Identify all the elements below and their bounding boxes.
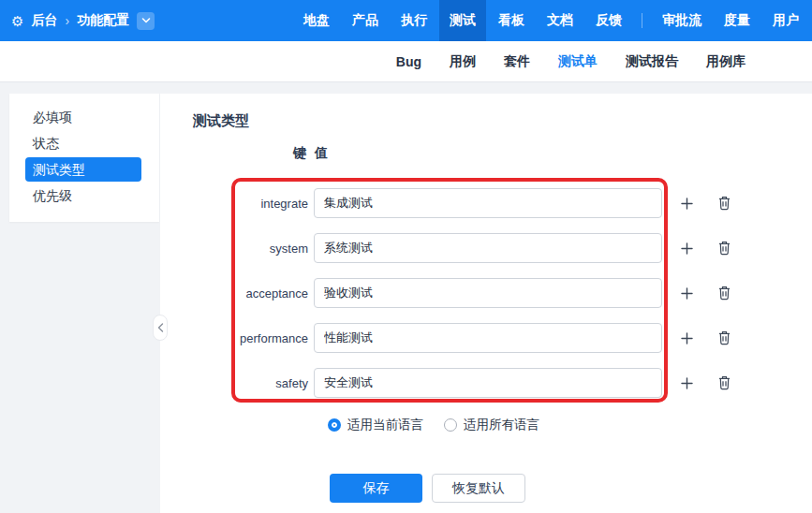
value-input-integrate[interactable] (314, 188, 662, 218)
plus-icon (681, 332, 693, 344)
radio-label: 适用所有语言 (464, 417, 539, 433)
topnav-item-kanban[interactable]: 看板 (488, 0, 535, 41)
chevron-left-icon (157, 323, 164, 332)
trash-icon (717, 330, 731, 345)
highlighted-field-group: integrate system acceptance performance … (231, 178, 668, 403)
topnav-divider (642, 13, 642, 28)
kv-row-safety: safety (237, 368, 664, 398)
radio-label: 适用当前语言 (347, 417, 423, 433)
row-actions-column (668, 178, 731, 413)
plus-icon (681, 198, 693, 210)
save-button[interactable]: 保存 (330, 474, 422, 503)
value-input-performance[interactable] (314, 323, 662, 353)
language-scope-options: 适用当前语言 适用所有语言 (328, 417, 539, 433)
radio-selected-icon (328, 418, 341, 432)
breadcrumb-separator: › (65, 13, 69, 28)
value-column-header: 值 (315, 145, 328, 162)
add-row-button[interactable] (679, 196, 694, 211)
page-title: 测试类型 (193, 112, 249, 130)
subnav-item-suite[interactable]: 套件 (490, 41, 544, 81)
kv-row-acceptance: acceptance (237, 278, 664, 308)
delete-row-button[interactable] (716, 286, 731, 300)
value-input-safety[interactable] (314, 368, 662, 398)
subnav-item-caselib[interactable]: 用例库 (692, 41, 760, 81)
trash-icon (717, 196, 731, 211)
top-nav-menu: 地盘 产品 执行 测试 看板 文档 反馈 审批流 度量 用户 (292, 0, 810, 41)
plus-icon (681, 242, 693, 255)
key-label: integrate (237, 197, 308, 211)
subnav-item-bug[interactable]: Bug (382, 41, 436, 81)
delete-row-button[interactable] (716, 241, 731, 256)
sidebar-item-priority[interactable]: 优先级 (25, 183, 141, 208)
delete-row-button[interactable] (716, 375, 731, 390)
kv-row-integrate: integrate (237, 188, 664, 218)
top-navbar: ⚙ 后台 › 功能配置 地盘 产品 执行 测试 看板 文档 反馈 审批流 度量 … (0, 0, 812, 41)
sidebar-item-required-fields[interactable]: 必填项 (25, 105, 141, 129)
secondary-navbar: Bug 用例 套件 测试单 测试报告 用例库 (0, 41, 812, 82)
radio-current-language[interactable]: 适用当前语言 (328, 417, 423, 433)
value-input-system[interactable] (314, 233, 662, 263)
chevron-down-icon (141, 17, 151, 24)
sidebar-item-status[interactable]: 状态 (25, 131, 141, 155)
trash-icon (717, 375, 731, 390)
kv-row-performance: performance (237, 323, 664, 353)
restore-defaults-button[interactable]: 恢复默认 (432, 474, 525, 503)
topnav-item-approval[interactable]: 审批流 (652, 0, 712, 41)
breadcrumb: ⚙ 后台 › 功能配置 (11, 0, 155, 41)
key-value-header: 键 值 (293, 145, 328, 162)
sidebar-item-test-type[interactable]: 测试类型 (25, 157, 141, 182)
row-actions (668, 323, 731, 353)
add-row-button[interactable] (679, 286, 694, 300)
subnav-item-testtask[interactable]: 测试单 (544, 41, 612, 81)
delete-row-button[interactable] (716, 330, 731, 345)
key-label: performance (237, 331, 308, 345)
subnav-item-case[interactable]: 用例 (436, 41, 490, 81)
sidebar-collapse-handle[interactable] (153, 315, 168, 341)
row-actions (668, 278, 731, 308)
main-panel: 测试类型 键 值 integrate system acceptance per… (160, 94, 812, 513)
topnav-item-doc[interactable]: 文档 (537, 0, 583, 41)
kv-row-system: system (237, 233, 664, 263)
add-row-button[interactable] (679, 375, 694, 390)
content-area: 必填项 状态 测试类型 优先级 测试类型 键 值 integrate syste… (0, 82, 812, 513)
add-row-button[interactable] (679, 241, 694, 256)
topnav-item-execution[interactable]: 执行 (391, 0, 437, 41)
topnav-item-product[interactable]: 产品 (342, 0, 389, 41)
topnav-item-measure[interactable]: 度量 (714, 0, 760, 41)
key-label: system (237, 242, 308, 256)
trash-icon (717, 241, 731, 256)
gear-icon[interactable]: ⚙ (11, 14, 23, 28)
form-actions: 保存 恢复默认 (330, 474, 525, 503)
breadcrumb-root[interactable]: 后台 (31, 12, 57, 29)
row-actions (668, 233, 731, 263)
key-column-header: 键 (293, 145, 306, 162)
topnav-item-diban[interactable]: 地盘 (293, 0, 340, 41)
row-actions (668, 368, 731, 398)
add-row-button[interactable] (679, 330, 694, 345)
value-input-acceptance[interactable] (314, 278, 662, 308)
breadcrumb-current[interactable]: 功能配置 (77, 12, 129, 29)
plus-icon (681, 377, 693, 389)
row-actions (668, 188, 731, 218)
key-label: safety (237, 376, 308, 390)
plus-icon (681, 287, 693, 300)
topnav-item-test[interactable]: 测试 (439, 0, 486, 41)
trash-icon (717, 286, 731, 300)
radio-unselected-icon (444, 418, 457, 432)
settings-sidebar: 必填项 状态 测试类型 优先级 (9, 94, 159, 222)
key-label: acceptance (237, 286, 308, 300)
subnav-item-testreport[interactable]: 测试报告 (612, 41, 692, 81)
delete-row-button[interactable] (716, 196, 731, 211)
topnav-item-user[interactable]: 用户 (762, 0, 809, 41)
radio-all-languages[interactable]: 适用所有语言 (444, 417, 539, 433)
breadcrumb-dropdown-button[interactable] (137, 12, 155, 30)
topnav-item-feedback[interactable]: 反馈 (585, 0, 632, 41)
